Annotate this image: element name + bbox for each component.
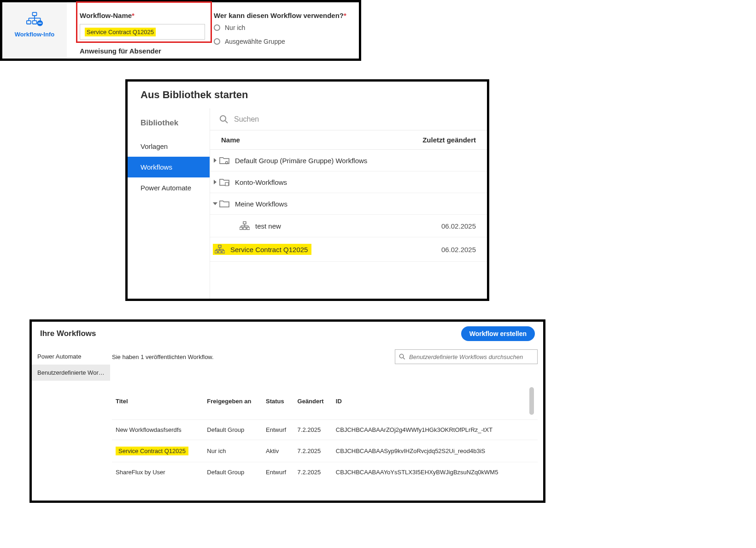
your-workflows-title: Ihre Workflows bbox=[40, 329, 96, 338]
workflow-search-input[interactable]: Benutzerdefinierte Workflows durchsuchen bbox=[395, 349, 538, 364]
table-header-row: Titel Freigegeben an Status Geändert ID bbox=[112, 383, 538, 420]
svg-rect-19 bbox=[247, 227, 250, 230]
scrollbar[interactable] bbox=[529, 387, 534, 415]
svg-rect-0 bbox=[33, 12, 37, 16]
your-workflows-panel: Ihre Workflows Workflow erstellen Power … bbox=[29, 319, 545, 503]
folder-account-workflows[interactable]: Konto-Workflows bbox=[210, 171, 487, 193]
svg-point-10 bbox=[220, 116, 226, 121]
svg-rect-7 bbox=[33, 21, 37, 24]
table-row[interactable]: ShareFlux by User Default Group Entwurf … bbox=[112, 462, 538, 483]
workflow-info-panel: Workflow-Info Workflow-Name* Service Con… bbox=[0, 0, 361, 61]
workflow-name-label: Workflow-Name* bbox=[80, 12, 214, 19]
svg-rect-26 bbox=[215, 251, 217, 253]
th-shared[interactable]: Freigegeben an bbox=[203, 383, 262, 420]
sidebar-item-templates[interactable]: Vorlagen bbox=[128, 136, 210, 157]
col-name: Name bbox=[221, 136, 240, 144]
workflow-icon bbox=[215, 245, 225, 254]
workflows-table: Titel Freigegeben an Status Geändert ID … bbox=[112, 383, 538, 482]
col-changed: Zuletzt geändert bbox=[422, 136, 476, 144]
workflow-name-input[interactable]: Service Contract Q12025 bbox=[80, 24, 205, 40]
svg-point-32 bbox=[399, 354, 403, 358]
library-sidebar-title: Bibliothek bbox=[128, 108, 210, 136]
th-title[interactable]: Titel bbox=[112, 383, 203, 420]
item-date: 06.02.2025 bbox=[441, 222, 476, 230]
svg-rect-17 bbox=[240, 227, 242, 230]
sidebar-item-power-automate[interactable]: Power Automate bbox=[32, 348, 110, 365]
folder-account-icon bbox=[219, 178, 229, 186]
table-row[interactable]: New Workflowdasfserdfs Default Group Ent… bbox=[112, 420, 538, 440]
start-from-library-panel: Aus Bibliothek starten Bibliothek Vorlag… bbox=[125, 79, 489, 301]
sidebar-item-custom-workflows[interactable]: Benutzerdefinierte Workfl... bbox=[32, 365, 110, 381]
search-icon bbox=[219, 115, 229, 124]
library-search[interactable]: Suchen bbox=[210, 108, 487, 130]
svg-line-11 bbox=[225, 121, 228, 123]
radio-icon bbox=[214, 24, 220, 31]
workflow-item-testnew[interactable]: test new 06.02.2025 bbox=[210, 215, 487, 237]
workflow-item-service-contract[interactable]: Service Contract Q12025 06.02.2025 bbox=[210, 237, 487, 262]
svg-rect-27 bbox=[218, 251, 221, 253]
published-count-msg: Sie haben 1 veröffentlichten Workflow. bbox=[112, 354, 214, 360]
library-table-header: Name Zuletzt geändert bbox=[210, 130, 487, 150]
svg-rect-28 bbox=[222, 251, 225, 253]
who-can-use-label: Wer kann diesen Workflow verwenden?* bbox=[214, 12, 348, 19]
workflow-info-sidebar: Workflow-Info bbox=[2, 2, 67, 59]
workflow-info-form: Workflow-Name* Service Contract Q12025 A… bbox=[67, 2, 359, 59]
svg-line-33 bbox=[403, 358, 405, 359]
svg-rect-23 bbox=[218, 245, 221, 247]
workflow-info-label: Workflow-Info bbox=[15, 31, 54, 38]
workflow-info-icon bbox=[25, 12, 44, 28]
sidebar-item-power-automate[interactable]: Power Automate bbox=[128, 177, 210, 198]
workflow-icon bbox=[240, 221, 250, 230]
folder-my-workflows[interactable]: Meine Workflows bbox=[210, 193, 487, 215]
table-row[interactable]: Service Contract Q12025 Nur ich Aktiv 7.… bbox=[112, 440, 538, 462]
create-workflow-button[interactable]: Workflow erstellen bbox=[461, 326, 535, 341]
svg-rect-14 bbox=[243, 222, 246, 224]
expand-icon bbox=[214, 158, 217, 163]
svg-rect-6 bbox=[27, 21, 31, 24]
radio-selected-group[interactable]: Ausgewählte Gruppe bbox=[214, 38, 348, 45]
workflows-sidebar: Power Automate Benutzerdefinierte Workfl… bbox=[32, 346, 110, 482]
collapse-icon bbox=[213, 202, 217, 205]
svg-rect-18 bbox=[243, 227, 246, 230]
svg-rect-13 bbox=[225, 183, 229, 186]
svg-rect-9 bbox=[38, 23, 41, 24]
th-status[interactable]: Status bbox=[262, 383, 293, 420]
highlighted-title: Service Contract Q12025 bbox=[116, 447, 188, 455]
folder-default-group[interactable]: Default Group (Primäre Gruppe) Workflows bbox=[210, 150, 487, 171]
th-id[interactable]: ID bbox=[332, 383, 526, 420]
sidebar-item-workflows[interactable]: Workflows bbox=[128, 157, 210, 177]
search-placeholder: Benutzerdefinierte Workflows durchsuchen bbox=[409, 354, 523, 360]
radio-icon bbox=[214, 38, 220, 45]
th-changed[interactable]: Geändert bbox=[294, 383, 332, 420]
panel-title: Aus Bibliothek starten bbox=[128, 82, 487, 108]
item-date: 06.02.2025 bbox=[441, 246, 476, 253]
expand-icon bbox=[214, 180, 217, 184]
library-main: Suchen Name Zuletzt geändert Default Gro… bbox=[210, 108, 487, 299]
search-icon bbox=[399, 354, 405, 360]
search-placeholder: Suchen bbox=[234, 115, 259, 124]
workflow-name-value: Service Contract Q12025 bbox=[85, 28, 156, 36]
library-sidebar: Bibliothek Vorlagen Workflows Power Auto… bbox=[128, 108, 210, 299]
radio-only-me[interactable]: Nur ich bbox=[214, 24, 348, 31]
folder-shared-icon bbox=[219, 156, 229, 165]
instruction-label: Anweisung für Absender bbox=[80, 47, 214, 55]
folder-icon bbox=[219, 200, 229, 208]
